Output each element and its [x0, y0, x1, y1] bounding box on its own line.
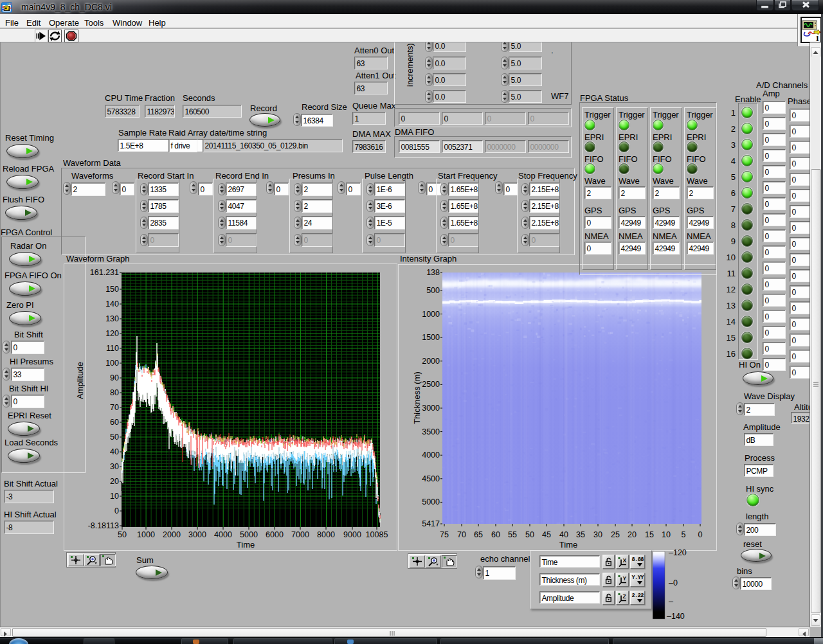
svg-text:20: 20: [110, 477, 119, 486]
svg-text:–120: –120: [669, 550, 687, 557]
svg-text:Time: Time: [237, 540, 255, 550]
svg-text:80: 80: [110, 388, 119, 397]
svg-text:40: 40: [559, 530, 568, 539]
svg-text:100: 100: [105, 359, 119, 368]
svg-text:40: 40: [110, 447, 119, 456]
svg-text:25: 25: [611, 530, 620, 539]
svg-text:5: 5: [682, 530, 686, 539]
svg-text:4500: 4500: [422, 474, 440, 483]
svg-text:–: –: [669, 597, 673, 606]
svg-text:1000: 1000: [137, 530, 155, 539]
svg-text:5000: 5000: [240, 530, 258, 539]
svg-text:70: 70: [457, 530, 466, 539]
svg-text:500: 500: [426, 286, 440, 295]
svg-text:3000: 3000: [422, 404, 440, 413]
svg-text:161.231: 161.231: [90, 268, 119, 277]
svg-text:90: 90: [110, 373, 119, 382]
svg-text:120: 120: [105, 329, 119, 338]
svg-text:60: 60: [491, 530, 500, 539]
svg-text:3000: 3000: [188, 530, 206, 539]
svg-text:–140: –140: [667, 612, 685, 621]
svg-text:55: 55: [508, 530, 517, 539]
svg-text:8000: 8000: [317, 530, 335, 539]
svg-text:5417: 5417: [422, 519, 440, 528]
svg-text:150: 150: [105, 285, 119, 294]
svg-text:65: 65: [474, 530, 483, 539]
svg-text:2000: 2000: [422, 357, 440, 366]
svg-text:35: 35: [576, 530, 585, 539]
svg-text:0: 0: [114, 506, 119, 515]
svg-text:15: 15: [645, 530, 654, 539]
svg-text:10: 10: [110, 492, 119, 501]
svg-text:60: 60: [110, 418, 119, 427]
svg-text:10085: 10085: [366, 530, 388, 539]
svg-text:1: 1: [815, 33, 820, 42]
svg-text:Z: Z: [623, 593, 626, 600]
svg-text:70: 70: [110, 403, 119, 412]
svg-text:45: 45: [542, 530, 551, 539]
svg-text:Time: Time: [559, 540, 577, 550]
svg-text:130: 130: [105, 314, 119, 323]
svg-text:30: 30: [110, 462, 119, 471]
svg-text:140: 140: [105, 300, 119, 309]
svg-text:7000: 7000: [291, 530, 309, 539]
svg-text:6000: 6000: [266, 530, 284, 539]
svg-text:50: 50: [525, 530, 534, 539]
svg-text:-8.18113: -8.18113: [88, 521, 119, 530]
svg-text:2000: 2000: [163, 530, 181, 539]
svg-text:9000: 9000: [343, 530, 361, 539]
svg-text:2500: 2500: [422, 380, 440, 389]
svg-text:50: 50: [118, 530, 127, 539]
svg-text:X: X: [623, 557, 627, 564]
svg-text:4000: 4000: [422, 451, 440, 460]
svg-text:0: 0: [698, 530, 703, 539]
svg-text:50: 50: [110, 433, 119, 442]
svg-text:75: 75: [440, 530, 449, 539]
svg-text:20: 20: [628, 530, 637, 539]
svg-text:10: 10: [662, 530, 671, 539]
svg-text:3500: 3500: [422, 427, 440, 436]
svg-text:–0: –0: [669, 578, 678, 587]
svg-text:5000: 5000: [422, 497, 440, 506]
svg-text:Y: Y: [623, 575, 627, 582]
svg-text:1000: 1000: [422, 310, 440, 319]
svg-text:30: 30: [593, 530, 602, 539]
svg-text:Thickness (m): Thickness (m): [412, 371, 422, 424]
svg-text:1500: 1500: [422, 333, 440, 342]
svg-text:110: 110: [106, 344, 119, 353]
svg-text:138: 138: [426, 268, 440, 277]
svg-text:4000: 4000: [214, 530, 232, 539]
